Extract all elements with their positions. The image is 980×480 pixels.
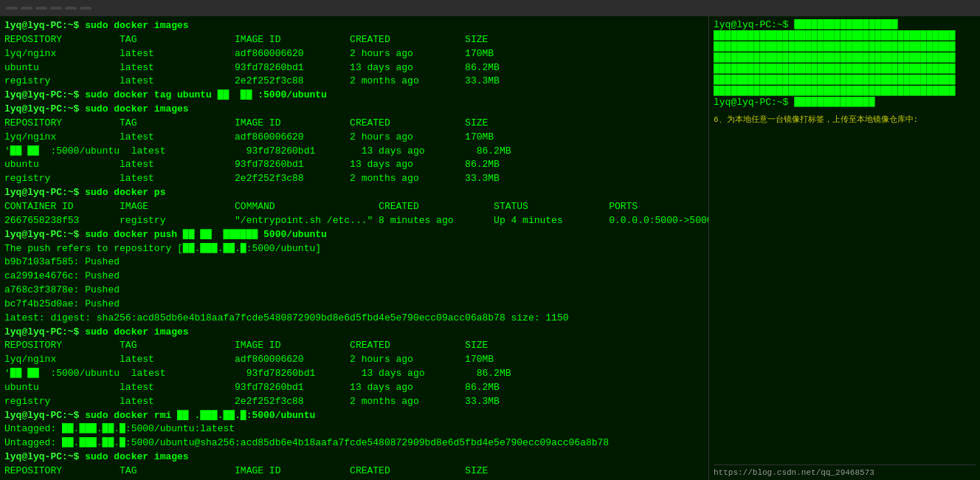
terminal-line: lyq@lyq-PC:~$ sudo docker ps [4,186,704,200]
tab-vue[interactable] [50,7,62,10]
terminal-line: lyq/nginx latest adf860006620 2 hours ag… [4,47,704,61]
terminal-line: lyq@lyq-PC:~$ sudo docker images [4,326,704,340]
terminal-line: lyq/nginx latest adf860006620 2 hours ag… [4,131,704,145]
terminal-line: Untagged: ██.███.██.█:5000/ubuntu@sha256… [4,436,704,450]
right-top: lyq@lyq-PC:~$ ██████████████████████████… [714,19,976,464]
terminal-line: lyq@lyq-PC:~$ sudo docker tag ubuntu ██ … [4,89,704,103]
right-terminal-line: ████████████████████████████████████████… [714,41,976,52]
terminal-line: lyq@lyq-PC:~$ sudo docker push ██ ██ ███… [4,228,704,242]
terminal-line: REPOSITORY TAG IMAGE ID CREATED SIZE [4,117,704,131]
terminal-line: b9b7103af585: Pushed [4,256,704,270]
terminal-line: lyq@lyq-PC:~$ sudo docker images [4,450,704,464]
terminal-line: lyq/nginx latest adf860006620 2 hours ag… [4,353,704,367]
tab-terminal[interactable] [6,7,18,10]
terminal-line: The push refers to repository [██.███.██… [4,242,704,256]
terminal-line: REPOSITORY TAG IMAGE ID CREATED SIZE [4,464,704,479]
top-bar [0,0,980,16]
terminal-line: lyq@lyq-PC:~$ sudo docker rmi ██ .███.██… [4,409,704,423]
tab-tools[interactable] [21,7,32,10]
terminal-line: 2667658238f53 registry "/entrypoint.sh /… [4,214,704,228]
tab-java-music[interactable] [80,7,92,10]
terminal-line: ubuntu latest 93fd78260bd1 13 days ago 8… [4,381,704,395]
terminal-line: registry latest 2e2f252f3c88 2 months ag… [4,75,704,89]
terminal-line: REPOSITORY TAG IMAGE ID CREATED SIZE [4,339,704,353]
terminal-line: registry latest 2e2f252f3c88 2 months ag… [4,395,704,409]
right-bottom-url: https://blog.csdn.net/qq_29468573 [714,464,976,477]
tab-java-init[interactable] [35,7,47,10]
content-area: lyq@lyq-PC:~$ sudo docker imagesREPOSITO… [0,16,980,480]
terminal-line: a768c3f3878e: Pushed [4,284,704,298]
right-terminal-line: ████████████████████████████████████████… [714,64,976,75]
terminal-panel[interactable]: lyq@lyq-PC:~$ sudo docker imagesREPOSITO… [0,16,708,480]
right-terminal-line: ████████████████████████████████████████… [714,30,976,41]
right-terminal-line: ████████████████████████████████████████… [714,75,976,86]
right-terminal-line: ████████████████████████████████████████… [714,52,976,64]
terminal-line: '██ ██ :5000/ubuntu latest 93fd78260bd1 … [4,367,704,381]
terminal-line: ca2991e4676c: Pushed [4,270,704,284]
terminal-line: ubuntu latest 93fd78260bd1 13 days ago 8… [4,61,704,75]
terminal-line: CONTAINER ID IMAGE COMMAND CREATED STATU… [4,200,704,214]
terminal-line: registry latest 2e2f252f3c88 2 months ag… [4,172,704,186]
right-terminal-line: lyq@lyq-PC:~$ ██████████████████ [714,19,976,30]
terminal-line: Untagged: ██.███.██.█:5000/ubuntu:latest [4,422,704,436]
right-terminal-line: ████████████████████████████████████████… [714,86,976,97]
terminal-line: '██ ██ :5000/ubuntu latest 93fd78260bd1 … [4,145,704,159]
terminal-line: ubuntu latest 93fd78260bd1 13 days ago 8… [4,158,704,172]
terminal-line: bc7f4b25d0ae: Pushed [4,298,704,312]
terminal-line: latest: digest: sha256:acd85db6e4b18aafa… [4,312,704,326]
terminal-line: REPOSITORY TAG IMAGE ID CREATED SIZE [4,33,704,47]
terminal-line: lyq@lyq-PC:~$ sudo docker images [4,19,704,33]
right-panel: lyq@lyq-PC:~$ ██████████████████████████… [708,16,980,480]
terminal-line: lyq@lyq-PC:~$ sudo docker images [4,103,704,117]
tab-qq-music[interactable] [65,7,77,10]
right-terminal-line: lyq@lyq-PC:~$ ██████████████ [714,97,976,108]
right-side-note: 6、为本地任意一台镜像打标签，上传至本地镜像仓库中: [714,114,976,125]
